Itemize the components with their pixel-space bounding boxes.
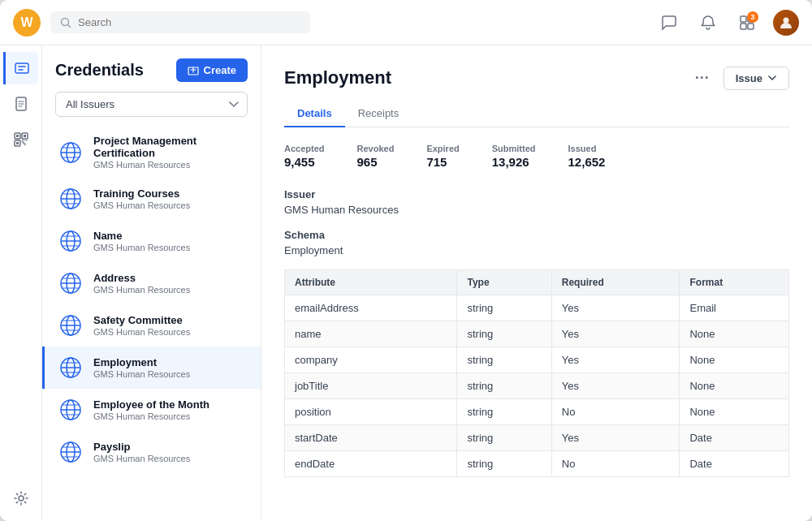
cred-issuer: GMS Human Resources [93,369,248,379]
credential-item-proj-mgmt[interactable]: Project Management Certification GMS Hum… [42,127,261,178]
cred-info: Training Courses GMS Human Resources [93,187,248,210]
page-title: Credentials [55,61,144,80]
cred-name: Project Management Certification [93,135,248,159]
cred-name: Employment [93,356,248,368]
cell-format: None [680,399,789,425]
rail-reports[interactable] [5,88,37,120]
stat-label: Submitted [492,144,536,153]
cell-required: Yes [551,373,680,399]
svg-rect-6 [15,63,28,73]
tab-details[interactable]: Details [284,101,345,127]
svg-point-14 [19,496,24,501]
stat-expired: Expired 715 [426,144,459,169]
search-input[interactable] [78,16,300,28]
cred-issuer: GMS Human Resources [93,243,248,252]
svg-rect-12 [24,135,26,137]
stat-revoked: Revoked 965 [357,144,395,169]
stat-value: 965 [357,155,395,169]
globe-icon [58,355,84,381]
svg-point-5 [784,17,789,23]
issue-label: Issue [736,72,762,84]
icon-rail [0,45,42,521]
cell-type: string [457,451,551,477]
chat-icon [661,15,677,31]
stat-value: 12,652 [568,155,606,169]
chevron-down-icon [767,73,777,83]
topnav: W [0,0,812,45]
svg-rect-1 [741,16,746,22]
issuer-label: Issuer [284,188,789,200]
stat-issued: Issued 12,652 [568,144,606,169]
cred-info: Project Management Certification GMS Hum… [93,135,248,170]
avatar[interactable] [773,10,799,36]
apps-badge: 3 [747,11,758,23]
sidebar-header: Credentials Create [42,45,261,92]
cell-type: string [457,295,551,321]
cell-required: Yes [551,295,680,321]
credential-item-employee-month[interactable]: Employee of the Month GMS Human Resource… [42,389,261,431]
credential-item-training[interactable]: Training Courses GMS Human Resources [42,178,261,220]
table-row[interactable]: companystringYesNone [285,347,789,373]
apps-button[interactable]: 3 [734,10,760,36]
cred-name: Address [93,272,248,284]
cred-name: Safety Committee [93,314,248,326]
filter-row: All Issuers [42,92,261,127]
create-button[interactable]: Create [176,58,248,82]
cell-required: No [551,399,680,425]
rail-credentials[interactable] [3,52,38,84]
globe-icon [58,312,84,338]
cell-type: string [457,399,551,425]
credential-item-payslip[interactable]: Payslip GMS Human Resources [42,431,261,473]
content-header: Employment ··· Issue [284,65,789,91]
cell-attribute: endDate [285,451,457,477]
tabs: DetailsReceipts [284,101,789,127]
credential-item-address[interactable]: Address GMS Human Resources [42,262,261,304]
content-area: Employment ··· Issue DetailsReceipts Acc… [261,45,812,521]
svg-rect-3 [741,24,746,29]
cred-info: Payslip GMS Human Resources [93,441,248,463]
globe-icon [58,439,84,465]
table-row[interactable]: emailAddressstringYesEmail [285,295,789,321]
more-options-button[interactable]: ··· [689,65,715,91]
cell-required: No [551,451,680,477]
table-row[interactable]: endDatestringNoDate [285,451,789,477]
cell-type: string [457,321,551,347]
rail-settings[interactable] [5,482,37,515]
tab-receipts[interactable]: Receipts [345,101,412,127]
table-row[interactable]: startDatestringYesDate [285,425,789,451]
rail-qr[interactable] [5,123,37,156]
cred-name: Name [93,230,248,242]
cell-attribute: position [285,399,457,425]
issuer-filter[interactable]: All Issuers [55,92,248,117]
issue-button[interactable]: Issue [723,67,789,90]
credential-item-employment[interactable]: Employment GMS Human Resources [42,347,261,389]
cred-info: Employment GMS Human Resources [93,356,248,379]
cell-attribute: startDate [285,425,457,451]
table-header-format: Format [680,270,789,295]
table-row[interactable]: namestringYesNone [285,321,789,347]
credential-item-safety[interactable]: Safety Committee GMS Human Resources [42,304,261,347]
cred-info: Name GMS Human Resources [93,230,248,252]
svg-rect-13 [16,142,19,144]
content-actions: ··· Issue [689,65,789,91]
table-row[interactable]: jobTitlestringYesNone [285,373,789,399]
logo[interactable]: W [13,9,41,37]
cell-required: Yes [551,347,680,373]
table-row[interactable]: positionstringNoNone [285,399,789,425]
stats-row: Accepted 9,455 Revoked 965 Expired 715 S… [284,144,789,169]
stat-label: Expired [426,144,459,153]
notification-button[interactable] [695,10,721,36]
cred-issuer: GMS Human Resources [93,200,248,210]
svg-rect-4 [748,24,754,29]
globe-icon [58,397,84,423]
stat-value: 715 [426,155,459,169]
cred-issuer: GMS Human Resources [93,285,248,295]
app-window: W [0,0,812,521]
stat-value: 13,926 [492,155,536,169]
stat-label: Accepted [284,144,325,153]
globe-icon [58,228,84,254]
issuer-section: Issuer GMS Human Resources [284,188,789,216]
chat-button[interactable] [656,10,682,36]
search-bar[interactable] [50,11,310,33]
credential-item-name[interactable]: Name GMS Human Resources [42,220,261,262]
